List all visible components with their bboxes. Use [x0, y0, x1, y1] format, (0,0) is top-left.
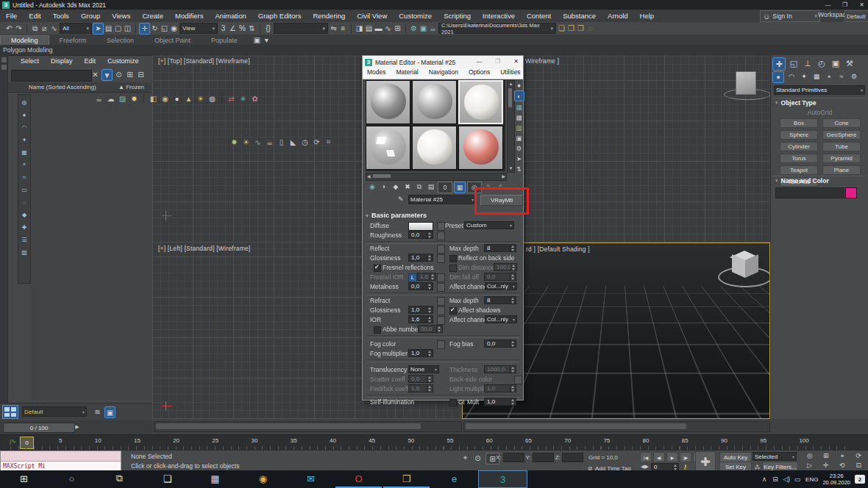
- metalness-field[interactable]: 0,0: [408, 282, 433, 290]
- ribbon-tab-freeform[interactable]: Freeform: [49, 36, 97, 45]
- atom-tool-icon[interactable]: ✳: [238, 93, 248, 104]
- scene-box-object[interactable]: [736, 71, 756, 95]
- tray-expand-icon[interactable]: ∧: [761, 474, 768, 484]
- display-space-warps-icon[interactable]: ≈: [20, 173, 29, 182]
- object-type-tube[interactable]: Tube: [822, 142, 861, 151]
- network-icon[interactable]: ⊟: [772, 474, 779, 484]
- video-color-check-icon[interactable]: ▥: [515, 123, 524, 132]
- select-by-material-icon[interactable]: ➤: [515, 154, 524, 163]
- clock[interactable]: 23:2620.09.2020: [822, 473, 850, 486]
- grid-b-tool-icon[interactable]: ⌗: [324, 137, 333, 147]
- redo-icon[interactable]: ↷: [14, 24, 24, 34]
- assign-material-to-selection-icon[interactable]: ◆: [391, 182, 401, 192]
- geometry-category-icon[interactable]: ●: [772, 71, 784, 83]
- timeline-ruler[interactable]: |∿ 0 51015202530354045505560657075808590…: [0, 434, 868, 451]
- object-type-geosphere[interactable]: GeoSphere: [822, 130, 861, 140]
- 3ds-max-icon[interactable]: 3: [478, 470, 527, 488]
- close-icon[interactable]: ✕: [857, 0, 867, 9]
- chrome-icon[interactable]: ◉: [239, 470, 287, 487]
- isolate-toggle-icon[interactable]: ≋: [93, 406, 102, 417]
- material-slot-5[interactable]: [412, 126, 457, 170]
- systems-category-icon[interactable]: ⚙: [849, 71, 859, 82]
- render-production-icon[interactable]: ☕: [428, 24, 438, 34]
- render-setup-icon[interactable]: ⚙: [409, 24, 419, 34]
- material-slot-6[interactable]: [458, 126, 503, 170]
- teapot-tool-icon[interactable]: ☕: [94, 93, 104, 104]
- viewport-layout-tabs-icon[interactable]: [2, 405, 18, 419]
- object-type-cone[interactable]: Cone: [822, 118, 861, 128]
- viewport-perspective-label[interactable]: rd ] [Default Shading ]: [526, 245, 590, 253]
- display-xrefs-icon[interactable]: ✚: [20, 223, 29, 232]
- material-slot-1[interactable]: [366, 80, 410, 124]
- menu-file[interactable]: File: [0, 12, 23, 20]
- close-icon[interactable]: ✕: [511, 57, 521, 66]
- snaps-toggle-icon[interactable]: 3: [218, 24, 228, 34]
- menu-group[interactable]: Group: [75, 12, 106, 20]
- undo-icon[interactable]: ↶: [4, 24, 14, 34]
- window-crossing-icon[interactable]: ◫: [123, 24, 132, 34]
- helpers-category-icon[interactable]: ⌖: [824, 71, 834, 82]
- scene-explorer-list[interactable]: [31, 93, 152, 400]
- object-name-field[interactable]: [775, 187, 844, 198]
- fog-bias-field[interactable]: 0,0: [484, 340, 516, 348]
- se-menu-customize[interactable]: Customize: [102, 57, 144, 65]
- notification-badge[interactable]: 2: [855, 475, 865, 484]
- select-by-name-icon[interactable]: ▤: [104, 24, 113, 34]
- go-to-start-icon[interactable]: |◀: [640, 452, 652, 462]
- fresnel-ior-field[interactable]: 1,6: [417, 273, 436, 281]
- open-file-icon[interactable]: ❒: [576, 24, 586, 34]
- scroll-thumb[interactable]: [508, 88, 512, 107]
- lock-selection-icon[interactable]: ⊙: [114, 69, 124, 79]
- viewport-front-label[interactable]: Wireframe ]: [525, 57, 559, 65]
- mirror-icon[interactable]: ⇋: [329, 24, 338, 34]
- toggle-ribbon-icon[interactable]: ▬: [374, 24, 383, 34]
- bind-to-space-warp-icon[interactable]: ∿: [49, 24, 59, 34]
- light-multiplier-field[interactable]: 1,0: [484, 384, 516, 392]
- play-animation-icon[interactable]: ▶: [666, 452, 678, 462]
- fog-multiplier-field[interactable]: 1,0: [408, 349, 433, 357]
- name-column-header[interactable]: Name (Sorted Ascending): [8, 84, 96, 90]
- edge-icon[interactable]: e: [430, 470, 478, 487]
- light-tool-icon[interactable]: ✹: [129, 93, 139, 104]
- refract-map-button[interactable]: [437, 297, 445, 306]
- put-to-library-icon[interactable]: ▤: [426, 182, 436, 192]
- time-slider[interactable]: 0 / 100: [3, 423, 75, 433]
- abbe-number-field[interactable]: 50,0: [418, 325, 443, 333]
- fwd-bck-coeff-field[interactable]: 1,0: [408, 384, 433, 392]
- abbe-number-checkbox[interactable]: [374, 326, 381, 334]
- pick-parent-icon[interactable]: ⊞: [125, 69, 135, 79]
- viewport-top-label[interactable]: [+] [Top] [Standard] [Wireframe]: [158, 57, 250, 65]
- geosphere-tool-icon[interactable]: ●: [172, 93, 182, 104]
- start-button-icon[interactable]: ⊞: [0, 470, 48, 487]
- selected-filter-dropdown[interactable]: Selected: [753, 452, 797, 461]
- se-menu-display[interactable]: Display: [46, 57, 78, 65]
- maximize-viewport-toggle-icon[interactable]: ⊡: [851, 461, 867, 470]
- menu-customize[interactable]: Customize: [393, 12, 438, 20]
- object-type-cylinder[interactable]: Cylinder: [780, 142, 818, 151]
- task-view-icon[interactable]: ⧉: [96, 470, 143, 487]
- maximize-icon[interactable]: ❐: [840, 0, 850, 9]
- scroll-up-icon[interactable]: ▲: [508, 81, 514, 87]
- workspace-selector-dropdown[interactable]: Default: [22, 406, 87, 417]
- menu-create[interactable]: Create: [136, 12, 169, 20]
- reflect-max-depth-field[interactable]: 8: [484, 244, 516, 252]
- translucency-dropdown[interactable]: None: [408, 365, 439, 373]
- utilities-tab-icon[interactable]: ⚒: [844, 57, 855, 69]
- scroll-right-icon[interactable]: ▶: [502, 173, 505, 179]
- triangle-tool-icon[interactable]: ◣: [288, 137, 298, 147]
- me-menu-material[interactable]: Material: [392, 68, 423, 79]
- fog-color-map-button[interactable]: [437, 340, 445, 349]
- primitives-category-dropdown[interactable]: Standard Primitives: [774, 85, 865, 95]
- metalness-map-button[interactable]: [437, 283, 445, 292]
- name-and-color-rollout[interactable]: ▾Name and Color: [772, 176, 867, 185]
- material-slot-2[interactable]: [412, 80, 457, 124]
- reflect-glossiness-field[interactable]: 1,0: [408, 254, 433, 262]
- select-and-rotate-icon[interactable]: ↻: [150, 24, 160, 34]
- next-frame-icon[interactable]: |▶: [680, 452, 691, 462]
- sign-in-button[interactable]: ☺ Sign In▾: [760, 10, 820, 22]
- menu-edit[interactable]: Edit: [23, 12, 46, 20]
- viewport-left-label[interactable]: [+] [Left] [Standard] [Wireframe]: [158, 245, 250, 252]
- material-slot-4[interactable]: [366, 126, 410, 170]
- sun-tool-icon[interactable]: ☀: [196, 93, 205, 104]
- calculator-icon[interactable]: ▦: [191, 470, 239, 487]
